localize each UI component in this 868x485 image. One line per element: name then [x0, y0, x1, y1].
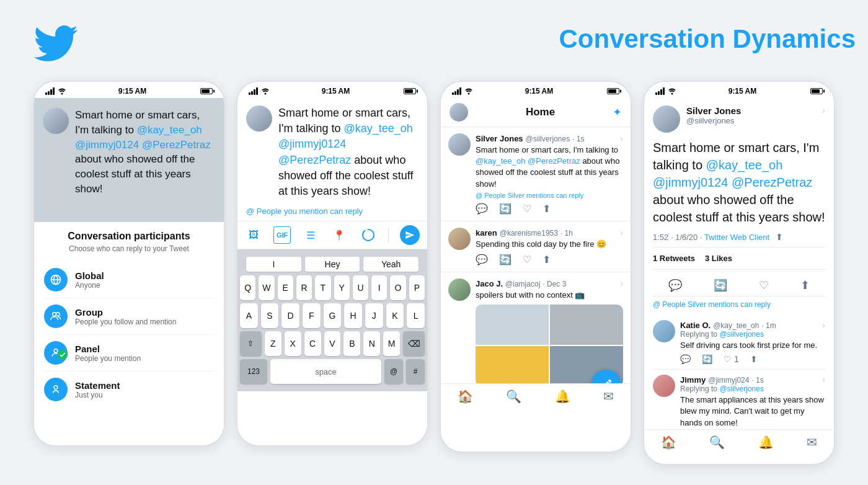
home-header-avatar[interactable] — [450, 103, 468, 122]
like-action-1[interactable]: ♡ — [523, 203, 531, 215]
search-nav-icon-4[interactable]: 🔍 — [709, 435, 725, 450]
keyboard: I Hey Yeah Q W E R T Y U I O P A S D — [237, 249, 427, 391]
key-w[interactable]: W — [259, 275, 274, 300]
avatar-2 — [246, 105, 272, 131]
detail-reply-icon[interactable]: 💬 — [668, 278, 682, 292]
key-b[interactable]: B — [343, 331, 360, 356]
key-o[interactable]: O — [390, 275, 405, 300]
key-u[interactable]: U — [353, 275, 368, 300]
option-panel[interactable]: Panel People you mention — [44, 335, 214, 372]
like-action-2[interactable]: ♡ — [523, 254, 531, 265]
suggestion-hey[interactable]: Hey — [305, 257, 360, 272]
sparkle-icon[interactable]: ✦ — [613, 105, 622, 119]
svg-point-0 — [61, 92, 63, 94]
key-k[interactable]: K — [386, 303, 404, 328]
messages-nav-icon[interactable]: ✉ — [603, 389, 614, 404]
group-icon-bg — [44, 305, 68, 328]
feed-tweet-2[interactable]: karen @karenisme1953 · 1h › Spending thi… — [441, 221, 631, 272]
retweet-action-1[interactable]: 🔄 — [499, 203, 512, 215]
key-r[interactable]: R — [296, 275, 312, 300]
share-action-2[interactable]: ⬆ — [542, 254, 551, 265]
key-q[interactable]: Q — [240, 275, 255, 300]
feed-actions-1: 💬 🔄 ♡ ⬆ — [476, 203, 623, 215]
image-icon[interactable]: 🖼 — [245, 226, 262, 244]
key-n[interactable]: N — [363, 331, 380, 356]
tweet-detail: Silver Jones @siilverjones › Smart home … — [644, 98, 834, 455]
key-l[interactable]: L — [407, 303, 425, 328]
retweet-action-2[interactable]: 🔄 — [499, 254, 512, 265]
likes-stat[interactable]: 3 Likes — [705, 254, 732, 263]
messages-nav-icon-4[interactable]: ✉ — [807, 435, 817, 450]
key-f[interactable]: F — [303, 303, 321, 328]
key-p[interactable]: P — [409, 275, 425, 300]
tweet-detail-name: Silver Jones — [686, 105, 816, 116]
location-icon[interactable]: 📍 — [330, 226, 348, 244]
search-nav-icon[interactable]: 🔍 — [506, 389, 521, 404]
key-c[interactable]: C — [304, 331, 321, 356]
option-global[interactable]: Global Anyone — [44, 262, 214, 298]
global-option-text: Global Anyone — [75, 270, 214, 290]
keyboard-row-1: Q W E R T Y U I O P — [240, 275, 425, 300]
key-i[interactable]: I — [371, 275, 387, 300]
status-bar-3: 9:15 AM — [441, 82, 631, 98]
circle-progress — [360, 226, 377, 244]
reply-tweet-1[interactable]: Katie O. @kay_tee_oh · 1m › Replying to … — [653, 315, 825, 370]
key-y[interactable]: Y — [334, 275, 350, 300]
phone4-content: 9:15 AM Silver Jones @siilverjones › — [644, 82, 834, 455]
key-s[interactable]: S — [261, 303, 279, 328]
notifications-nav-icon[interactable]: 🔔 — [555, 389, 570, 404]
feed-tweet-1[interactable]: Silver Jones @siilverjones · 1s › Smart … — [441, 127, 631, 221]
key-a[interactable]: A — [240, 303, 258, 328]
option-statement[interactable]: Statement Just you — [44, 372, 214, 407]
key-shift[interactable]: ⇧ — [240, 331, 262, 356]
svg-point-4 — [54, 349, 58, 353]
key-at[interactable]: @ — [384, 359, 403, 384]
panel-option-text: Panel People you mention — [75, 344, 214, 363]
share-action-1[interactable]: ⬆ — [542, 203, 551, 215]
feed-handle-1: @siilverjones — [526, 135, 570, 143]
tweet-compose-area-1: Smart home or smart cars, I'm talking to… — [34, 98, 224, 222]
option-group[interactable]: Group People you follow and mention — [44, 298, 214, 335]
list-icon[interactable]: ☰ — [302, 226, 319, 244]
key-d[interactable]: D — [281, 303, 299, 328]
key-e[interactable]: E — [278, 275, 293, 300]
key-space[interactable]: space — [270, 359, 381, 384]
gif-icon[interactable]: GIF — [273, 226, 291, 244]
status-time-3: 9:15 AM — [525, 87, 554, 96]
key-j[interactable]: J — [365, 303, 383, 328]
key-x[interactable]: X — [285, 331, 301, 356]
reply-retweet-icon-1[interactable]: 🔄 — [702, 354, 712, 364]
key-v[interactable]: V — [324, 331, 341, 356]
detail-retweet-icon[interactable]: 🔄 — [714, 278, 727, 292]
key-z[interactable]: Z — [265, 331, 281, 356]
home-nav-icon[interactable]: 🏠 — [458, 389, 473, 404]
reply-avatar-1 — [653, 320, 675, 342]
reply-action-2[interactable]: 💬 — [476, 254, 488, 265]
retweets-stat[interactable]: 1 Retweets — [653, 254, 695, 263]
key-g[interactable]: G — [324, 303, 342, 328]
key-123[interactable]: 123 — [240, 359, 267, 384]
reply-action-1[interactable]: 💬 — [476, 203, 488, 215]
notifications-nav-icon-4[interactable]: 🔔 — [758, 435, 774, 450]
reply-share-icon-1[interactable]: ⬆ — [750, 354, 758, 364]
detail-share-icon2[interactable]: ⬆ — [800, 278, 810, 292]
reply-like-icon-1[interactable]: ♡ 1 — [724, 354, 739, 364]
key-backspace[interactable]: ⌫ — [403, 331, 425, 356]
tweet-button[interactable] — [400, 225, 420, 245]
key-h[interactable]: H — [344, 303, 362, 328]
tweet-compose-area-2: Smart home or smart cars, I'm talking to… — [237, 98, 427, 204]
reply-reply-icon-1[interactable]: 💬 — [680, 354, 691, 364]
suggestion-i[interactable]: I — [246, 257, 301, 272]
key-t[interactable]: T — [315, 275, 330, 300]
status-bar-1: 9:15 AM — [34, 82, 224, 98]
check-badge — [58, 350, 68, 360]
detail-like-icon[interactable]: ♡ — [759, 278, 769, 292]
reply-content-1: Katie O. @kay_tee_oh · 1m › Replying to … — [680, 320, 825, 364]
key-m[interactable]: M — [383, 331, 400, 356]
tweet-detail-meta: 1:52 · 1/6/20 · Twitter Web Client ⬆ — [653, 232, 825, 242]
detail-share-icon[interactable]: ⬆ — [776, 232, 783, 242]
key-hash[interactable]: # — [406, 359, 425, 384]
home-nav-icon-4[interactable]: 🏠 — [661, 435, 676, 450]
feed-content-2: karen @karenisme1953 · 1h › Spending thi… — [476, 228, 623, 265]
suggestion-yeah[interactable]: Yeah — [363, 257, 418, 272]
